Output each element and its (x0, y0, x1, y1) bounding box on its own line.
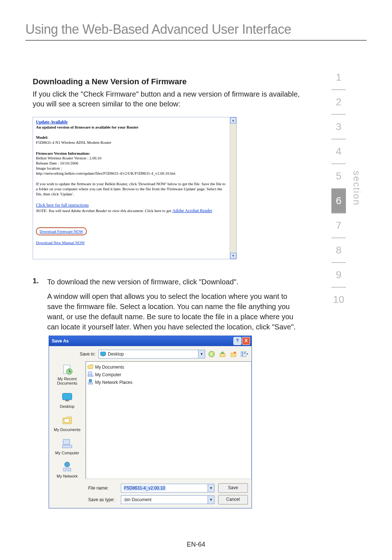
place-label: My Documents (54, 427, 80, 432)
scroll-down-icon[interactable]: ▼ (230, 253, 236, 259)
section-nav-item-8[interactable]: 8 (331, 238, 346, 263)
up-icon[interactable] (219, 350, 226, 358)
my-network-icon (87, 379, 93, 386)
section-nav-item-1[interactable]: 1 (331, 65, 346, 90)
place-label: My Computer (55, 451, 79, 455)
desktop-icon (100, 351, 106, 358)
svg-rect-14 (64, 419, 69, 422)
scroll-up-icon[interactable]: ▲ (230, 117, 236, 123)
places-my-documents[interactable]: My Documents (51, 414, 83, 432)
svg-rect-19 (68, 468, 71, 471)
update-available-panel: ▲ ▼ Update Available An updated version … (33, 117, 237, 259)
note-link-text: Click here to get (145, 208, 172, 213)
folder-icon (87, 364, 93, 370)
section-nav-item-6[interactable]: 6 (331, 189, 346, 214)
chevron-down-icon[interactable]: ▼ (208, 496, 214, 504)
my-computer-icon (87, 371, 93, 378)
section-heading: Downloading a New Version of Firmware (33, 77, 301, 86)
file-item[interactable]: My Network Places (87, 378, 250, 386)
section-nav: 12345678910 section (331, 65, 362, 312)
svg-rect-16 (62, 445, 72, 448)
svg-point-17 (65, 462, 70, 467)
place-label: My Network (57, 474, 78, 478)
svg-rect-3 (220, 353, 225, 357)
place-label: My Recent Documents (51, 377, 83, 385)
svg-rect-18 (64, 468, 66, 471)
recent-docs-icon (61, 364, 73, 375)
save-in-combo[interactable]: Desktop ▼ (98, 350, 205, 358)
places-my-recent-documents[interactable]: My Recent Documents (51, 364, 83, 385)
save-as-type-field[interactable]: .bin Document ▼ (121, 495, 215, 504)
chevron-down-icon[interactable]: ▼ (198, 350, 205, 358)
save-as-type-value: .bin Document (123, 497, 151, 502)
svg-rect-20 (88, 372, 92, 375)
update-available-subtitle: An updated version of firmware is availa… (36, 125, 228, 129)
step-number: 1. (33, 277, 41, 332)
svg-rect-23 (88, 382, 90, 384)
model-value: F5D8631-4 N1 Wireless ADSL Modem Router (36, 140, 228, 145)
views-icon[interactable] (241, 350, 248, 358)
intro-paragraph: If you click the "Check Firmware" button… (33, 89, 301, 109)
fw-version: Belkin Wireless Router Version : 2.00.10 (36, 156, 228, 161)
download-manual-link[interactable]: Download New Manual NOW (36, 240, 228, 245)
desktop-icon (61, 391, 73, 403)
file-item-label: My Computer (95, 372, 121, 377)
help-button[interactable]: ? (233, 337, 241, 345)
places-my-network[interactable]: My Network (51, 461, 83, 478)
svg-rect-12 (62, 393, 72, 400)
save-as-dialog: Save As ? X Save in: Desktop ▼ (49, 336, 252, 508)
section-nav-item-7[interactable]: 7 (331, 214, 346, 238)
svg-rect-15 (63, 439, 70, 445)
svg-point-5 (234, 352, 236, 354)
svg-rect-9 (242, 354, 243, 356)
file-item-label: My Documents (95, 365, 124, 370)
dialog-title: Save As (52, 338, 69, 344)
back-icon[interactable] (208, 350, 215, 358)
download-firmware-button[interactable]: Download Firmware NOW (36, 227, 87, 235)
file-name-field[interactable]: F5D8631-4_v2.00.10 ▼ (121, 484, 215, 492)
section-nav-item-9[interactable]: 9 (331, 263, 346, 288)
adobe-reader-link[interactable]: Adobe Acrobat Reader (172, 208, 212, 213)
svg-point-22 (89, 379, 92, 382)
close-button[interactable]: X (242, 337, 250, 345)
fw-imgloc-url: http://networking.belkin.com/update/file… (36, 171, 228, 176)
section-nav-item-3[interactable]: 3 (331, 115, 346, 139)
places-desktop[interactable]: Desktop (51, 391, 83, 409)
save-in-value: Desktop (108, 352, 124, 357)
full-instructions-link[interactable]: Click here for full instructions (36, 203, 89, 208)
section-nav-item-2[interactable]: 2 (331, 90, 346, 115)
section-nav-item-10[interactable]: 10 (331, 288, 346, 312)
svg-rect-7 (242, 352, 243, 354)
fw-release: Release Date : 10/10/2006 (36, 161, 228, 166)
cancel-button[interactable]: Cancel (218, 495, 248, 504)
svg-rect-13 (65, 400, 69, 401)
file-item[interactable]: My Computer (87, 371, 250, 378)
save-button[interactable]: Save (218, 483, 248, 493)
place-label: Desktop (60, 404, 74, 409)
section-nav-item-4[interactable]: 4 (331, 139, 346, 164)
file-item-label: My Network Places (95, 380, 132, 385)
svg-rect-1 (102, 356, 104, 356)
step1-line2: A window will open that allows you to se… (47, 291, 301, 332)
chevron-down-icon[interactable]: ▼ (208, 484, 214, 492)
new-folder-icon[interactable] (230, 350, 237, 358)
svg-rect-8 (244, 352, 245, 354)
file-item[interactable]: My Documents (87, 363, 250, 371)
places-my-computer[interactable]: My Computer (51, 438, 83, 455)
svg-point-2 (209, 351, 215, 357)
step1-line1: To download the new version of firmware,… (47, 277, 301, 287)
save-as-type-label: Save as type: (88, 497, 117, 502)
file-name-label: File name: (88, 486, 117, 491)
svg-rect-21 (88, 375, 93, 377)
model-label: Model: (36, 135, 228, 140)
section-nav-item-5[interactable]: 5 (331, 164, 346, 189)
fw-info-label: Firmware Version Information: (36, 151, 228, 156)
svg-rect-24 (91, 382, 93, 384)
fw-imgloc-label: Image location : (36, 166, 228, 171)
scrollbar[interactable]: ▲ ▼ (230, 117, 236, 259)
update-available-link[interactable]: Update Available (36, 119, 68, 125)
my-documents-icon (61, 414, 73, 426)
my-computer-icon (61, 438, 73, 449)
save-in-label: Save in: (71, 352, 95, 357)
my-network-icon (61, 461, 73, 472)
